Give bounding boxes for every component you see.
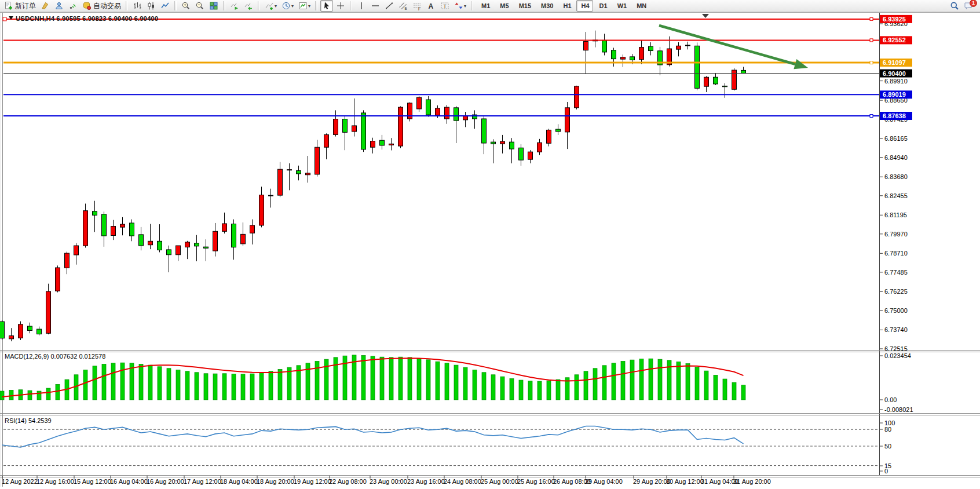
chart-shift-button[interactable] [242,0,255,12]
horizontal-line-button[interactable] [369,0,382,12]
fibonacci-button[interactable]: F [411,0,423,12]
auto-scroll-button[interactable] [228,0,241,12]
macd-bar [547,381,551,400]
zoom-out-button[interactable] [193,0,206,12]
time-tick-label: 17 Aug 12:00 [184,478,221,485]
auto-trading-button-label: 自动交易 [93,1,121,11]
trendline-button[interactable] [383,0,396,12]
time-tick-label: 24 Aug 08:00 [444,478,481,485]
chat-button[interactable]: 1 [962,0,975,12]
toolbar-separator [174,1,177,10]
tf-m5-button-label: M5 [500,2,509,9]
tf-d1-button[interactable]: D1 [594,0,611,12]
line-anchor-marker[interactable] [870,61,873,64]
candlestick-button[interactable] [145,0,158,12]
crosshair-icon [336,1,345,10]
macd-bar [158,367,162,400]
svg-text:F: F [418,7,420,11]
macd-bar [463,367,467,400]
price-tick-label: 6.89910 [884,78,908,85]
macd-bar [250,374,254,400]
macd-bar [0,391,4,400]
tf-m15-button-label: M15 [519,2,531,9]
signals-button[interactable] [67,0,79,12]
indicators-button[interactable]: ▾ [263,0,279,12]
svg-text:E: E [405,6,408,10]
price-tick-label: 6.76225 [884,288,908,295]
macd-bar [241,374,245,400]
current-price-badge-text: 6.90400 [883,70,906,77]
price-tick-label: 6.73740 [884,326,908,333]
text-icon: A [426,1,436,10]
macd-bar [593,368,597,400]
tf-mn-button[interactable]: MN [631,0,650,12]
periods-button[interactable]: ▾ [280,0,295,12]
tile-windows-button[interactable] [207,0,220,12]
text-button[interactable]: A [425,0,437,12]
macd-bar [454,365,458,400]
macd-bar [528,381,532,400]
tf-h1-button[interactable]: H1 [558,0,575,12]
dropdown-caret-icon[interactable]: ▾ [308,3,310,9]
macd-bar [741,385,745,400]
dropdown-caret-icon[interactable]: ▾ [275,3,277,9]
styles-button[interactable] [39,0,52,12]
time-tick-label: 19 Aug 12:00 [294,478,331,485]
macd-bar [46,388,50,400]
tf-m1-button-label: M1 [481,2,490,9]
tf-w1-button[interactable]: W1 [612,0,631,12]
rsi-scale-label: 50 [884,443,891,450]
arrows-button[interactable]: ▾ [452,0,468,12]
tf-m5-button[interactable]: M5 [495,0,512,12]
line-anchor-marker[interactable] [870,17,873,20]
tf-m30-button[interactable]: M30 [536,0,557,12]
trendline-icon [385,1,394,10]
indicators-icon [265,1,274,10]
new-order-button[interactable]: 新订单 [2,0,38,12]
macd-bar [204,374,208,400]
vline-icon [357,1,366,10]
toolbar-separator [350,1,352,10]
macd-bar [537,381,542,400]
text-label-button[interactable]: T [438,0,451,12]
macd-bar [259,373,264,400]
macd-bar [389,357,393,400]
dropdown-caret-icon[interactable]: ▾ [464,3,466,9]
price-tick-label: 6.84940 [884,154,908,161]
profile-button[interactable] [53,0,65,12]
macd-bar [83,370,87,400]
templates-button[interactable]: ▾ [297,0,312,12]
price-level-badge-text: 6.87638 [883,112,906,119]
tf-m15-button[interactable]: M15 [514,0,535,12]
macd-bar [195,373,199,400]
zoom-in-button[interactable] [180,0,192,12]
dropdown-caret-icon[interactable]: ▾ [291,3,294,9]
vertical-line-button[interactable] [355,0,368,12]
candle-chart-icon [147,1,156,10]
macd-bar [658,359,662,400]
macd-bar [278,369,282,400]
line-chart-button[interactable] [159,0,171,12]
price-tick-label: 6.75000 [884,307,908,314]
macd-bar [584,371,588,400]
time-tick-label: 15 Aug 12:00 [74,478,111,485]
toolbar-right-group: 1 [948,0,975,12]
tf-h4-button[interactable]: H4 [576,0,593,12]
signal-icon [68,1,78,10]
search-button[interactable] [948,0,961,12]
line-anchor-marker[interactable] [3,17,6,21]
tf-m1-button[interactable]: M1 [476,0,493,12]
line-anchor-marker[interactable] [870,39,873,42]
macd-bar [602,366,606,400]
line-anchor-marker[interactable] [870,115,873,118]
chart-area[interactable]: USDCNH,H4 6.90595 6.90823 6.90400 6.9040… [0,0,980,489]
search-icon [950,1,959,10]
macd-scale-label: 0.023454 [884,352,911,359]
auto-trading-button[interactable]: 自动交易 [81,0,123,12]
channel-icon: E [398,1,408,10]
equidistant-channel-button[interactable]: E [397,0,409,12]
crosshair-button[interactable] [334,0,347,12]
time-tick-label: 23 Aug 00:00 [370,478,407,485]
bar-chart-button[interactable] [131,0,144,12]
cursor-button[interactable] [320,0,333,12]
